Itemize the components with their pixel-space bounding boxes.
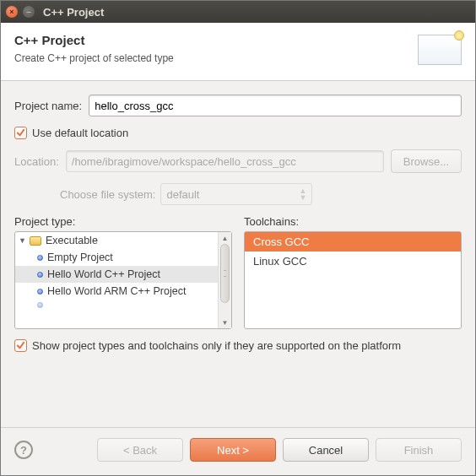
use-default-location-checkbox[interactable]: Use default location xyxy=(14,127,462,139)
toolchains-column: Toolchains: Cross GCC Linux GCC xyxy=(244,215,462,329)
show-supported-checkbox[interactable]: Show project types and toolchains only i… xyxy=(14,339,462,352)
scroll-up-icon[interactable]: ▲ xyxy=(219,232,231,244)
dialog-footer: ? < Back Next > Cancel Finish xyxy=(1,427,475,475)
bullet-icon xyxy=(37,289,43,295)
minimize-icon[interactable]: – xyxy=(23,6,35,18)
dialog-window: × – C++ Project C++ Project Create C++ p… xyxy=(0,0,476,476)
tree-root-executable[interactable]: ▼ Executable xyxy=(15,232,218,249)
bullet-icon xyxy=(37,272,43,278)
wizard-icon xyxy=(418,35,462,65)
tree-label: Hello World C++ Project xyxy=(47,268,160,280)
toolchains-listbox[interactable]: Cross GCC Linux GCC xyxy=(244,231,462,329)
page-title: C++ Project xyxy=(14,33,418,47)
toolchains-label: Toolchains: xyxy=(244,215,462,228)
project-name-input[interactable] xyxy=(89,95,462,116)
toolchain-cross-gcc[interactable]: Cross GCC xyxy=(245,232,461,252)
show-supported-label: Show project types and toolchains only i… xyxy=(32,339,401,352)
finish-button: Finish xyxy=(376,438,462,462)
filesystem-select: default ▲▼ xyxy=(160,183,312,205)
toolchain-linux-gcc[interactable]: Linux GCC xyxy=(245,252,461,271)
close-icon[interactable]: × xyxy=(6,6,18,18)
tree-label: Empty Project xyxy=(47,252,113,263)
next-button[interactable]: Next > xyxy=(190,438,276,462)
dialog-body: Project name: Use default location Locat… xyxy=(1,81,475,427)
scroll-track[interactable] xyxy=(219,244,231,316)
filesystem-label: Choose file system: xyxy=(60,188,155,201)
chevron-down-icon: ▼ xyxy=(19,236,25,245)
filesystem-value: default xyxy=(166,188,199,201)
bullet-icon xyxy=(37,255,43,261)
use-default-location-label: Use default location xyxy=(32,127,128,139)
titlebar: × – C++ Project xyxy=(1,1,475,23)
checkbox-icon xyxy=(14,127,27,139)
project-type-column: Project type: ▼ Executable Empty Project xyxy=(14,215,232,329)
scrollbar[interactable]: ▲ ▼ xyxy=(218,232,231,328)
page-subtitle: Create C++ project of selected type xyxy=(14,52,418,64)
back-button: < Back xyxy=(97,438,183,462)
location-label: Location: xyxy=(14,155,59,168)
cancel-button[interactable]: Cancel xyxy=(283,438,369,462)
filesystem-row: Choose file system: default ▲▼ xyxy=(60,183,462,205)
bullet-icon xyxy=(37,302,43,308)
window-title: C++ Project xyxy=(43,6,104,19)
folder-icon xyxy=(30,236,41,246)
help-icon[interactable]: ? xyxy=(14,441,33,459)
project-name-label: Project name: xyxy=(14,100,82,112)
tree-item-hello-world[interactable]: Hello World C++ Project xyxy=(15,266,218,283)
scroll-thumb[interactable] xyxy=(220,244,230,303)
project-type-listbox[interactable]: ▼ Executable Empty Project Hello World C… xyxy=(14,231,232,329)
project-name-row: Project name: xyxy=(14,95,462,116)
tree-label: Hello World ARM C++ Project xyxy=(47,285,186,297)
tree-item-hello-arm[interactable]: Hello World ARM C++ Project xyxy=(15,283,218,300)
lists-row: Project type: ▼ Executable Empty Project xyxy=(14,215,462,329)
window-controls: × – xyxy=(6,6,35,18)
header-banner: C++ Project Create C++ project of select… xyxy=(1,23,475,81)
project-type-label: Project type: xyxy=(14,215,232,228)
scroll-down-icon[interactable]: ▼ xyxy=(219,316,231,328)
browse-button: Browse... xyxy=(391,149,462,173)
checkbox-icon xyxy=(14,339,27,352)
tree-item-cropped[interactable] xyxy=(15,300,218,311)
location-input xyxy=(66,150,384,172)
location-row: Location: Browse... xyxy=(14,149,462,173)
tree-label: Executable xyxy=(46,235,98,246)
tree-item-empty[interactable]: Empty Project xyxy=(15,249,218,266)
dropdown-icon: ▲▼ xyxy=(300,188,307,201)
